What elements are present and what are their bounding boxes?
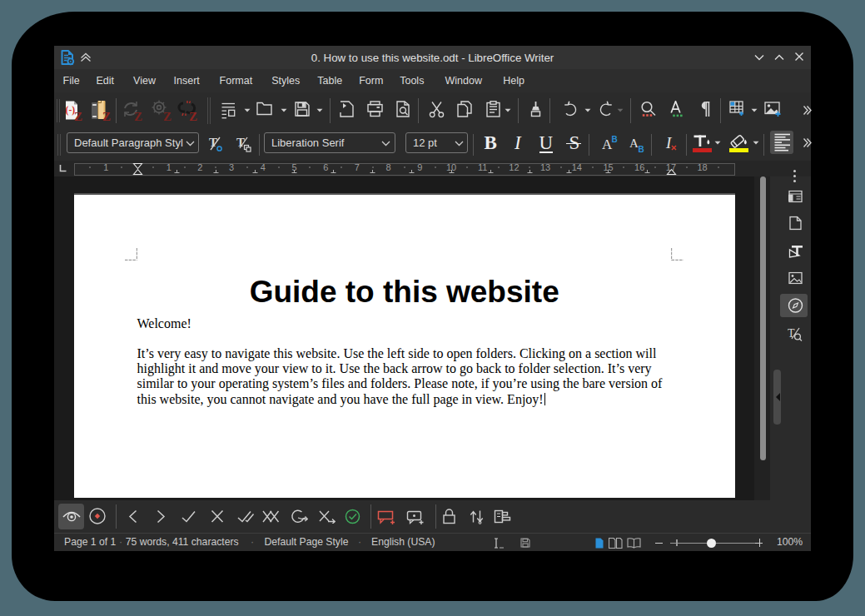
svg-text:B: B (612, 135, 618, 144)
svg-text:Z: Z (74, 110, 82, 122)
svg-text:I: I (665, 135, 673, 152)
svg-text:T: T (788, 327, 795, 340)
svg-text:Z: Z (102, 110, 111, 122)
svg-text:B: B (639, 145, 644, 153)
svg-text:Z: Z (163, 110, 172, 122)
svg-text:A: A (629, 137, 639, 150)
svg-text:Z: Z (134, 110, 142, 122)
svg-text:Z: Z (189, 110, 197, 122)
